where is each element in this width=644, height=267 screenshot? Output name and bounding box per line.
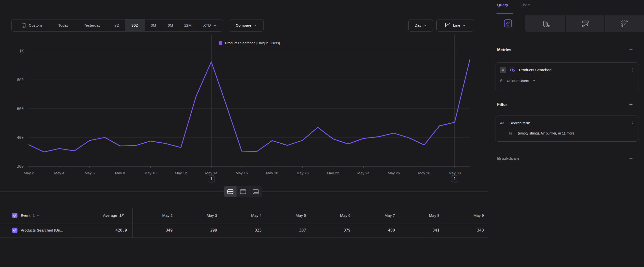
cell-value: 323	[222, 223, 266, 238]
date-range-3m[interactable]: 3M	[145, 20, 162, 31]
cell-value: 341	[399, 223, 444, 238]
metric-name: Products Searched	[519, 68, 627, 72]
x-axis-tick-label: May 2	[24, 171, 34, 175]
kebab-menu-icon[interactable]: ⋮	[630, 120, 635, 126]
metric-letter-badge: A	[500, 67, 506, 73]
flows-icon	[582, 20, 589, 27]
date-column-header: May 8	[399, 208, 444, 223]
kebab-menu-icon[interactable]: ⋮	[630, 67, 635, 73]
report-type-strip	[525, 15, 644, 32]
y-axis-tick-label: 400	[17, 135, 24, 140]
date-range-30d[interactable]: 30D	[125, 20, 145, 31]
funnels-report-tab[interactable]	[543, 20, 550, 27]
x-axis-tick-label: May 8	[115, 171, 125, 175]
x-axis-tick-label: May 14	[205, 171, 217, 175]
aggregation-selector[interactable]: Unique Users	[507, 79, 529, 83]
add-metric-button[interactable]: +	[627, 46, 635, 53]
cell-value: 400	[355, 223, 399, 238]
sort-descending-icon[interactable]	[119, 213, 124, 219]
filter-value[interactable]: (empty string), Air purifier, or 11 more	[518, 131, 574, 135]
flows-report-tab[interactable]	[582, 20, 589, 27]
insights-report-tab[interactable]	[504, 19, 512, 28]
date-range-today[interactable]: Today	[52, 20, 75, 31]
date-range-custom[interactable]: Custom	[12, 20, 52, 31]
cell-value: 379	[310, 223, 355, 238]
table-only-view-button[interactable]	[250, 186, 262, 197]
x-axis-tick-label: May 30	[449, 171, 461, 175]
date-range-selector: Custom Today Yesterday 7D 30D 3M 6M 12M …	[11, 19, 223, 32]
chart-style-dropdown[interactable]: Line	[436, 19, 474, 32]
compare-button[interactable]: Compare	[229, 19, 264, 32]
line-chart-icon	[445, 23, 451, 28]
more-reports-tab[interactable]	[621, 20, 628, 27]
chevron-down-icon	[37, 214, 40, 216]
table-column-divider	[132, 208, 132, 238]
dots-grid-icon	[621, 20, 628, 27]
chevron-down-icon	[424, 24, 427, 26]
x-axis-tick-label: May 4	[54, 171, 64, 175]
table-only-view-icon	[253, 189, 259, 194]
row-average-value: 426.9	[68, 223, 127, 238]
chart-only-view-icon	[240, 189, 246, 194]
cell-value: 307	[266, 223, 310, 238]
split-view-button[interactable]	[224, 186, 237, 197]
results-table: Event 1 Average May 2 May 3 May 4 May 5 …	[0, 208, 488, 238]
x-axis-tick-label: May 20	[296, 171, 308, 175]
row-checkbox[interactable]	[12, 228, 18, 233]
chevron-down-icon	[532, 80, 535, 82]
tab-chart[interactable]: Chart	[520, 3, 530, 7]
strip-separator	[565, 15, 566, 32]
y-axis-tick-label: 800	[17, 78, 24, 82]
metric-card[interactable]: A Products Searched ⋮ # Unique Users	[495, 62, 639, 91]
view-toggle	[224, 186, 262, 197]
date-column-header: May 4	[222, 208, 266, 223]
date-column-header: May 9	[444, 208, 488, 223]
x-axis-tick-label: May 6	[84, 171, 95, 175]
annotation-badge-label: 1	[210, 177, 212, 181]
tab-query[interactable]: Query	[497, 3, 508, 7]
date-range-xtd[interactable]: XTD	[197, 20, 222, 31]
granularity-dropdown[interactable]: Day	[408, 19, 433, 32]
average-column-header[interactable]: Average	[68, 208, 117, 223]
date-column-header: May 7	[355, 208, 399, 223]
line-chart: 2004006008001KMay 2May 4May 6May 8May 10…	[10, 32, 488, 187]
select-all-checkbox[interactable]	[12, 213, 18, 218]
y-axis-tick-label: 200	[17, 164, 24, 169]
breakdown-section-title: Breakdown	[497, 156, 519, 161]
filter-property-name: Search term	[510, 121, 627, 125]
table-header-row: Event 1 Average May 2 May 3 May 4 May 5 …	[0, 208, 488, 223]
date-range-label: Custom	[29, 23, 42, 28]
x-axis-tick-label: May 28	[418, 171, 430, 175]
main-content-area: Custom Today Yesterday 7D 30D 3M 6M 12M …	[0, 0, 488, 267]
metrics-section-title: Metrics	[497, 48, 512, 52]
filter-card[interactable]: Aa Search term ⋮ Is (empty string), Air …	[495, 116, 639, 142]
add-breakdown-button[interactable]: +	[627, 155, 635, 161]
calendar-icon	[22, 23, 26, 28]
chevron-down-icon	[463, 24, 466, 26]
x-axis-tick-label: May 26	[388, 171, 400, 175]
split-view-icon	[227, 189, 234, 194]
aggregation-symbol: #	[500, 78, 504, 83]
table-row[interactable]: Products Searched [Un... 426.9 349 299 3…	[0, 223, 488, 238]
date-column-headers: May 2 May 3 May 4 May 5 May 6 May 7 May …	[132, 208, 488, 223]
chart-only-view-button[interactable]	[237, 186, 250, 197]
date-range-7d[interactable]: 7D	[109, 20, 125, 31]
x-axis-tick-label: May 24	[358, 171, 370, 175]
y-axis-tick-label: 600	[17, 107, 24, 111]
event-column-header[interactable]: Event 1	[21, 208, 40, 223]
date-range-6m[interactable]: 6M	[162, 20, 179, 31]
filter-operator[interactable]: Is	[509, 131, 514, 135]
date-range-yesterday[interactable]: Yesterday	[75, 20, 109, 31]
x-axis-tick-label: May 16	[236, 171, 248, 175]
date-column-header: May 5	[266, 208, 310, 223]
row-event-name: Products Searched [Un...	[21, 223, 63, 238]
annotation-badge-label: 1	[454, 177, 456, 181]
bar-chart-icon	[543, 20, 550, 27]
insights-chart-icon	[504, 19, 512, 28]
add-filter-button[interactable]: +	[627, 101, 635, 107]
event-count: 1	[33, 208, 35, 223]
date-range-12m[interactable]: 12M	[179, 20, 197, 31]
x-axis-tick-label: May 22	[327, 171, 339, 175]
series-line	[29, 60, 470, 152]
cell-value: 343	[444, 223, 488, 238]
